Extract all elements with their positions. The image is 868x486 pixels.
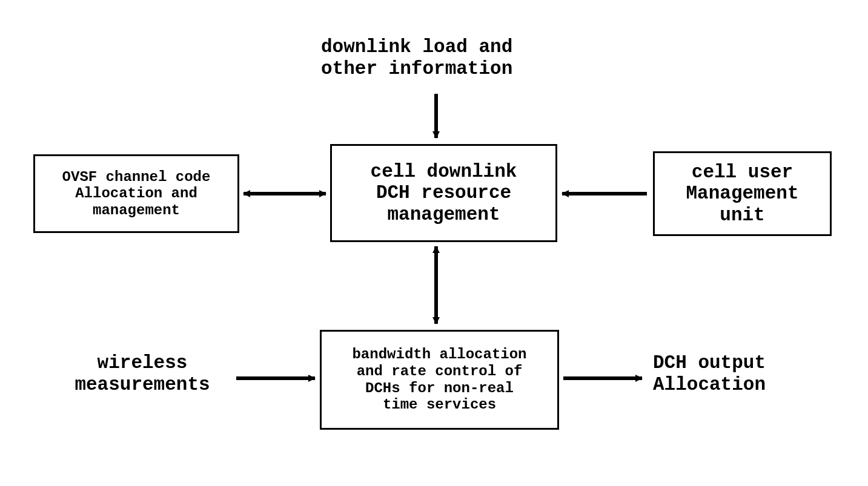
box-user: cell user Management unit bbox=[653, 151, 832, 236]
box-ovsf: OVSF channel code Allocation and managem… bbox=[33, 154, 239, 233]
label-dch-output: DCH output Allocation bbox=[653, 352, 841, 395]
box-ovsf-text: OVSF channel code Allocation and managem… bbox=[62, 169, 211, 219]
box-user-text: cell user Management unit bbox=[686, 162, 798, 226]
label-downlink-load: downlink load and other information bbox=[321, 36, 660, 79]
box-center: cell downlink DCH resource management bbox=[330, 144, 557, 242]
box-rate: bandwidth allocation and rate control of… bbox=[320, 330, 559, 430]
label-wireless: wireless measurements bbox=[58, 352, 227, 395]
box-center-text: cell downlink DCH resource management bbox=[371, 161, 517, 226]
box-rate-text: bandwidth allocation and rate control of… bbox=[352, 346, 526, 413]
diagram-stage: downlink load and other information OVSF… bbox=[0, 0, 868, 486]
